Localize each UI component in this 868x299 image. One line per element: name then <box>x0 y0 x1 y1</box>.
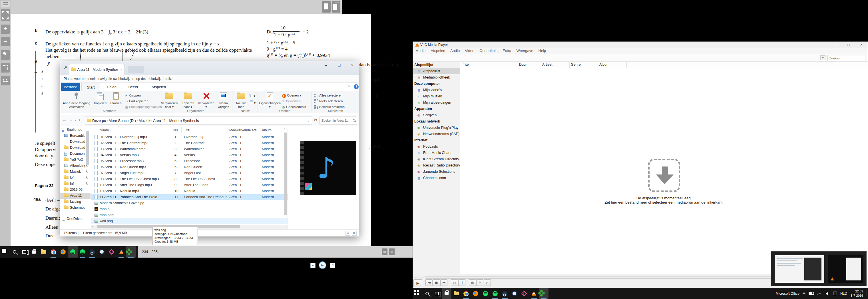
menu-item[interactable]: Video <box>462 48 477 53</box>
taskbar-icon-vlc[interactable] <box>117 246 126 258</box>
sidebar-item[interactable]: ♫ Free Music Charts <box>413 150 460 156</box>
file-row[interactable]: 03 Area 11 - Watchmaker.mp3 3 Watchmaker… <box>91 146 287 152</box>
open-button[interactable]: ▶ Openen ▾ <box>282 92 301 98</box>
file-row[interactable]: 10 Area 11 - Nebula.mp3 10 Nebula Area 1… <box>91 188 287 194</box>
taskbar-icon-firefox[interactable] <box>58 246 68 258</box>
file-row[interactable]: Ai mon.ai <box>91 206 287 212</box>
search-input[interactable] <box>320 117 351 124</box>
breadcrumb-item[interactable]: Deze pc <box>92 119 106 123</box>
paste-shortcut-button[interactable]: ▣Snelkoppeling plakken <box>125 104 162 110</box>
sidebar-item[interactable]: ◎ Schijven <box>413 112 460 118</box>
file-row[interactable]: 11 Area 11 - Panacea And The Prelo... 11… <box>91 194 287 200</box>
menu-item[interactable]: Ondertitels <box>477 48 500 53</box>
thumbnail-view-button[interactable]: ▦ <box>352 231 356 236</box>
taskbar-icon-spotify[interactable] <box>490 288 500 299</box>
taskbar-icon-firefox[interactable] <box>471 288 480 299</box>
properties-button[interactable]: Eigenschappen▾ <box>259 92 281 109</box>
copy-path-button[interactable]: ▭Pad kopiëren <box>125 98 149 104</box>
taskbar-icon-chrome[interactable] <box>461 288 471 299</box>
taskbar-icon-clover[interactable] <box>126 246 136 258</box>
maximize-button[interactable]: □ <box>333 61 346 69</box>
playlist-column-header[interactable]: Duur <box>519 63 527 66</box>
clock[interactable]: 22:393-7-2016 <box>850 289 863 298</box>
close-button[interactable]: × <box>855 42 868 48</box>
file-row[interactable]: 07 Area 11 - Angel Lust.mp3 7 Angel Lust… <box>91 170 287 176</box>
breadcrumb-item[interactable]: More Space (D:) <box>108 119 135 123</box>
file-row[interactable]: 05 Area 11 - Processor.mp3 5 Processor A… <box>91 158 287 164</box>
taskbar-icon-clover[interactable] <box>539 288 549 299</box>
sidebar-item[interactable]: ◉ Universele Plug'n'Play <box>413 124 460 131</box>
tab-bestand[interactable]: Bestand <box>61 83 80 91</box>
window-thumbnail[interactable] <box>775 255 824 283</box>
sidebar-item[interactable]: ◉ iCast Stream Directory <box>413 156 460 162</box>
sidebar-item[interactable]: Afspeellijst <box>413 62 460 68</box>
taskbar-icon-chrome[interactable] <box>49 246 58 258</box>
battery-icon[interactable] <box>809 292 814 295</box>
sidebar-item[interactable]: ♪ Mijn muziek <box>413 93 460 99</box>
forward-icon[interactable]: → <box>69 117 73 122</box>
ribbon-tab[interactable]: Afspelen <box>146 83 172 91</box>
back-icon[interactable]: ← <box>63 117 67 122</box>
file-row[interactable]: 04 Area 11 - Versus.mp3 4 Versus Area 11… <box>91 152 287 158</box>
sidebar-item[interactable]: ◉ Netwerkstreams (SAP) <box>413 131 460 137</box>
pin-quick-access-button[interactable]: Aan Snelle toegangvastmaken <box>61 92 92 109</box>
playlist-search-box[interactable] <box>828 55 865 61</box>
file-row[interactable]: 10 Area 11 - After The Flags.mp3 9 After… <box>91 182 287 188</box>
taskbar-window-button[interactable]: 234 - 235 ▤ ▥ <box>138 246 412 258</box>
menu-item[interactable]: Help <box>536 48 549 53</box>
edit-button[interactable]: ✎Bewerken <box>282 98 301 104</box>
taskbar-icon-moon[interactable] <box>510 288 519 299</box>
vlc-control-button[interactable]: ||| <box>458 279 465 286</box>
vlc-control-button[interactable]: ▶▶ <box>440 279 447 286</box>
breadcrumb-item[interactable]: Area 11 - Modern Synthesis <box>153 119 199 123</box>
sidebar-item[interactable]: ▤ Afspeellijst <box>413 68 460 74</box>
breadcrumb[interactable]: ›Deze pc›More Space (D:)›Muziek›Area 11 … <box>85 117 312 124</box>
tray-expand-icon[interactable] <box>802 292 805 295</box>
taskbar-icon-pink[interactable] <box>107 246 117 258</box>
taskbar-icon-spotify[interactable] <box>480 288 490 299</box>
file-list-scrollbar[interactable]: ^v <box>283 127 287 229</box>
close-button[interactable]: × <box>346 61 359 69</box>
column-header[interactable]: Album <box>262 128 274 132</box>
taskbar-icon-spotify[interactable] <box>68 246 78 258</box>
column-header[interactable]: Meewerkende arti... <box>229 128 259 132</box>
bookmarks-bar[interactable]: Plaats voor een snelle navigatie uw blad… <box>60 75 359 83</box>
file-row[interactable]: mon.png <box>91 212 287 218</box>
address-dropdown-icon[interactable]: ⌄ <box>307 119 310 122</box>
column-header[interactable]: Titel <box>184 128 226 132</box>
vlc-control-button[interactable]: ◀◀ <box>426 279 433 286</box>
selection-tool-icon[interactable] <box>1 63 10 72</box>
ribbon-collapse-icon[interactable]: ^ <box>348 85 349 88</box>
taskbar-icon-moon[interactable] <box>97 246 107 258</box>
new-item-button[interactable]: ▾ <box>250 93 255 99</box>
sidebar-item[interactable]: ◉ Jamendo Selections <box>413 169 460 175</box>
ribbon-tab[interactable]: Delen <box>102 83 122 91</box>
taskbar-icon-explorer[interactable] <box>452 288 461 299</box>
file-row[interactable]: 02 Area 11 - The Contract.mp3 2 The Cont… <box>91 140 287 146</box>
filter-icon[interactable]: ▼ <box>820 55 826 60</box>
easy-access-button[interactable]: ▾ <box>250 100 255 106</box>
menu-item[interactable]: Audio <box>448 48 462 53</box>
file-row[interactable]: 06 Area 11 - Red Queen.mp3 6 Red Queen A… <box>91 164 287 170</box>
delete-button[interactable]: Verwijderen▾ <box>197 92 215 109</box>
sidebar-item[interactable]: ▤ Mediabibliotheek <box>413 74 460 81</box>
taskbar-icon-pink[interactable] <box>519 288 529 299</box>
nav-item[interactable]: Inf <box>60 181 91 187</box>
sidebar-item[interactable]: ▨ Mijn afbeeldingen <box>413 99 460 106</box>
search-box[interactable] <box>319 117 357 124</box>
zoom-out-icon[interactable]: − <box>1 37 10 46</box>
preview-expand-button[interactable]: ▢ <box>330 263 335 268</box>
minimize-button[interactable]: – <box>319 61 333 69</box>
taskbar-icon-start[interactable] <box>0 246 10 258</box>
taskbar-icon-spotify[interactable] <box>78 246 87 258</box>
taskbar-icon-vlc[interactable] <box>529 288 539 299</box>
preview-play-button[interactable]: ▶ <box>319 261 327 269</box>
sidebar-item[interactable]: Apparaten <box>413 106 460 112</box>
rename-button[interactable]: Naamwijzigen <box>216 92 231 109</box>
cut-button[interactable]: ✂Knippen <box>125 92 141 98</box>
action-center-icon[interactable] <box>833 292 837 295</box>
new-folder-button[interactable]: Nieuwemap <box>234 92 249 109</box>
menu-item[interactable]: Media <box>413 48 428 53</box>
taskbar-icon-steam[interactable] <box>500 288 510 299</box>
sidebar-item[interactable]: ▦ Mijn video's <box>413 87 460 93</box>
